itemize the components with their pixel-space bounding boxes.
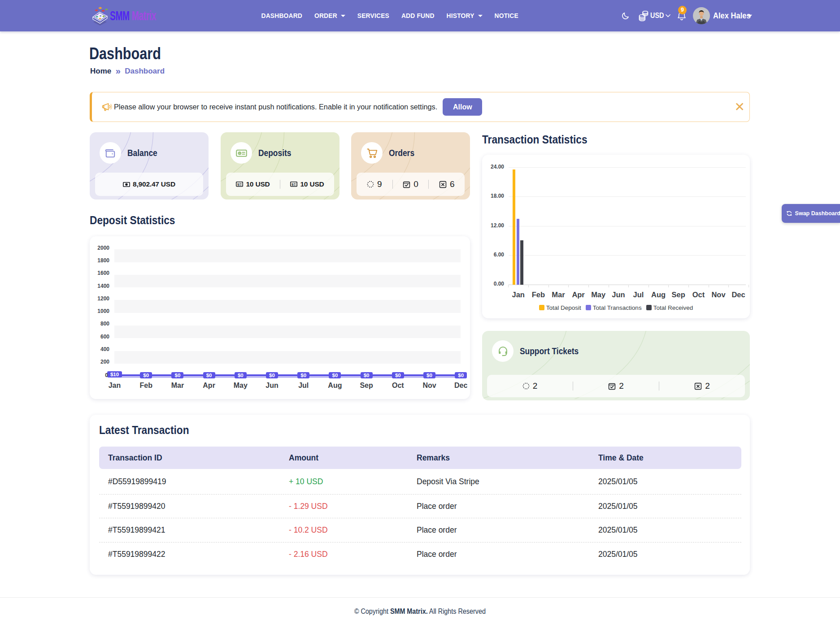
svg-text:$: $ xyxy=(292,182,294,187)
svg-text:$: $ xyxy=(237,182,239,187)
